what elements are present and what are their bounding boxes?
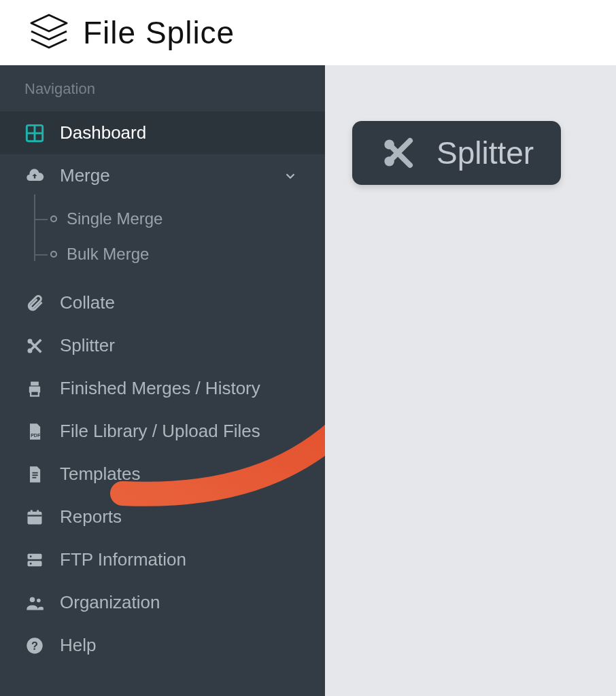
sidebar-item-file-library[interactable]: PDF File Library / Upload Files [0, 410, 325, 453]
sidebar-item-label: Dashboard [60, 122, 146, 143]
document-icon [24, 464, 45, 485]
sidebar-item-label: Finished Merges / History [60, 378, 260, 399]
svg-point-22 [30, 555, 32, 557]
sidebar-item-label: Organization [60, 592, 160, 613]
svg-point-23 [30, 562, 32, 564]
sidebar-item-dashboard[interactable]: Dashboard [0, 111, 325, 154]
sidebar-item-label: Help [60, 635, 96, 656]
help-icon: ? [24, 636, 45, 656]
cloud-upload-icon [24, 166, 45, 186]
server-icon [24, 550, 45, 570]
sidebar-item-templates[interactable]: Templates [0, 453, 325, 495]
sidebar-item-history[interactable]: Finished Merges / History [0, 367, 325, 410]
svg-text:?: ? [31, 639, 38, 651]
sidebar-item-organization[interactable]: Organization [0, 581, 325, 624]
sidebar-item-ftp[interactable]: FTP Information [0, 538, 325, 581]
sidebar-subitem-bulk-merge[interactable]: Bulk Merge [50, 237, 325, 272]
sidebar-item-label: FTP Information [60, 549, 186, 570]
svg-point-25 [37, 598, 41, 602]
bullet-icon [50, 251, 57, 258]
sidebar-item-label: Collate [60, 292, 115, 313]
calendar-icon [24, 507, 45, 527]
svg-marker-0 [31, 15, 67, 31]
svg-text:PDF: PDF [31, 433, 41, 438]
sidebar-item-label: Splitter [60, 335, 115, 356]
svg-rect-10 [31, 391, 39, 396]
svg-rect-21 [28, 561, 42, 566]
brand-name: File Splice [83, 14, 235, 51]
sidebar-item-label: Merge [60, 165, 110, 186]
layers-icon [27, 11, 71, 54]
sidebar-subitem-label: Single Merge [67, 209, 162, 228]
splitter-callout[interactable]: Splitter [352, 121, 561, 185]
file-pdf-icon: PDF [24, 421, 45, 442]
nav-section-label: Navigation [0, 80, 325, 111]
sidebar-item-merge[interactable]: Merge [0, 154, 325, 197]
callout-label: Splitter [437, 135, 534, 171]
main-content: Splitter [325, 65, 616, 696]
sidebar-subitem-single-merge[interactable]: Single Merge [50, 201, 325, 237]
paperclip-icon [24, 293, 45, 313]
sidebar: Navigation Dashboard Merge Single Merge [0, 65, 325, 696]
sidebar-item-label: Templates [60, 464, 141, 485]
sidebar-submenu-merge: Single Merge Bulk Merge [0, 197, 325, 281]
chevron-down-icon [280, 166, 301, 186]
printer-icon [24, 379, 45, 399]
svg-point-24 [30, 597, 35, 602]
grid-icon [24, 123, 45, 143]
sidebar-item-reports[interactable]: Reports [0, 495, 325, 538]
sidebar-item-help[interactable]: ? Help [0, 624, 325, 667]
bullet-icon [50, 215, 57, 222]
sidebar-item-label: File Library / Upload Files [60, 421, 260, 442]
svg-rect-20 [28, 553, 42, 559]
users-icon [24, 593, 45, 613]
scissors-icon [379, 135, 416, 171]
sidebar-item-splitter[interactable]: Splitter [0, 324, 325, 367]
sidebar-item-label: Reports [60, 506, 122, 527]
sidebar-item-collate[interactable]: Collate [0, 281, 325, 324]
brand[interactable]: File Splice [27, 11, 235, 54]
app-header: File Splice [0, 0, 616, 65]
sidebar-subitem-label: Bulk Merge [67, 245, 149, 264]
scissors-icon [24, 336, 45, 356]
svg-rect-9 [31, 381, 39, 385]
